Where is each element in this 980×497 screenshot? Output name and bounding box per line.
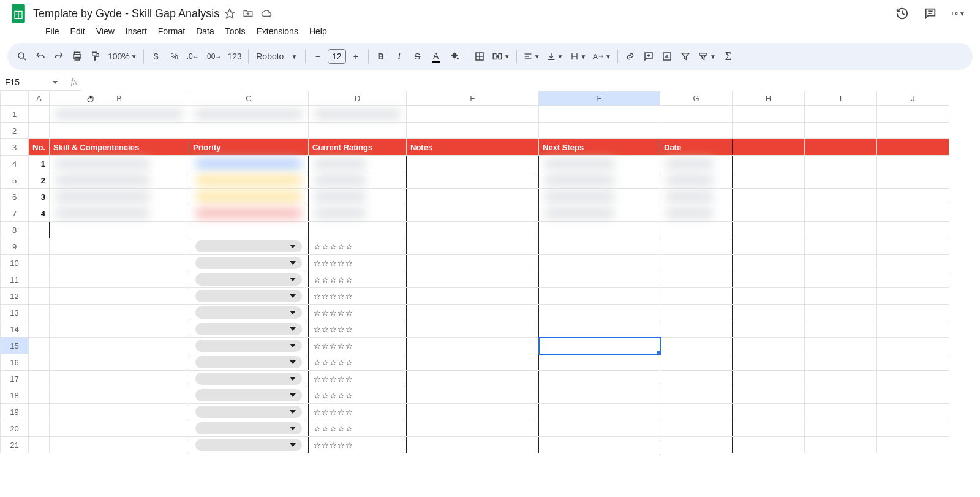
spreadsheet-grid[interactable]: ABCDEFGHIJ123No.Skill & CompentenciesPri…	[0, 91, 980, 496]
col-header-I[interactable]: I	[805, 91, 877, 106]
cell-B2[interactable]	[50, 123, 189, 139]
cell-E20[interactable]	[407, 420, 539, 437]
print-icon[interactable]	[69, 48, 86, 65]
cell-G2[interactable]	[660, 123, 733, 139]
priority-dropdown[interactable]	[195, 373, 302, 385]
cell-F14[interactable]	[539, 321, 660, 338]
cell-G16[interactable]	[660, 354, 733, 371]
cell-J14[interactable]	[877, 321, 949, 338]
cell-C16[interactable]	[189, 354, 309, 371]
cell-B10[interactable]	[50, 255, 189, 271]
row-header-10[interactable]: 10	[1, 255, 29, 271]
currency-icon[interactable]: $	[148, 48, 165, 65]
cell-J13[interactable]	[877, 305, 949, 321]
menu-data[interactable]: Data	[191, 24, 219, 39]
cell-C21[interactable]	[189, 437, 309, 453]
cell-D9[interactable]: ☆☆☆☆☆	[309, 238, 407, 255]
cell-I16[interactable]	[805, 354, 877, 371]
font-size-input[interactable]: 12	[328, 49, 346, 64]
cell-G12[interactable]	[660, 288, 733, 305]
cell-F21[interactable]	[539, 437, 660, 453]
cell-C4[interactable]	[189, 156, 309, 172]
menu-tools[interactable]: Tools	[221, 24, 251, 39]
cell-H15[interactable]	[733, 338, 805, 354]
cell-C14[interactable]	[189, 321, 309, 338]
borders-icon[interactable]	[471, 48, 488, 65]
cell-B8[interactable]	[50, 222, 189, 238]
cell-A13[interactable]	[29, 305, 50, 321]
cell-E6[interactable]	[407, 189, 539, 205]
row-header-1[interactable]: 1	[1, 106, 29, 123]
sheets-logo[interactable]	[10, 2, 27, 25]
name-box[interactable]: F15	[0, 74, 61, 91]
cell-E12[interactable]	[407, 288, 539, 305]
cell-C8[interactable]	[189, 222, 309, 238]
rating-stars[interactable]: ☆☆☆☆☆	[311, 308, 353, 317]
cell-B3[interactable]: Skill & Compentencies	[50, 139, 189, 156]
cell-B17[interactable]	[50, 371, 189, 387]
priority-dropdown[interactable]	[195, 406, 302, 418]
cell-D7[interactable]	[309, 205, 407, 222]
cell-H4[interactable]	[733, 156, 805, 172]
cell-J10[interactable]	[877, 255, 949, 271]
cell-C6[interactable]	[189, 189, 309, 205]
cell-H10[interactable]	[733, 255, 805, 271]
cell-I19[interactable]	[805, 404, 877, 420]
cell-J19[interactable]	[877, 404, 949, 420]
row-header-8[interactable]: 8	[1, 222, 29, 238]
cell-G17[interactable]	[660, 371, 733, 387]
cell-E10[interactable]	[407, 255, 539, 271]
cell-F20[interactable]	[539, 420, 660, 437]
cell-D1[interactable]	[309, 106, 407, 123]
cell-I17[interactable]	[805, 371, 877, 387]
cell-D20[interactable]: ☆☆☆☆☆	[309, 420, 407, 437]
col-header-H[interactable]: H	[733, 91, 805, 106]
cell-E19[interactable]	[407, 404, 539, 420]
row-header-13[interactable]: 13	[1, 305, 29, 321]
cell-H8[interactable]	[733, 222, 805, 238]
cell-C19[interactable]	[189, 404, 309, 420]
cell-B5[interactable]	[50, 172, 189, 189]
priority-dropdown[interactable]	[195, 257, 302, 269]
cell-E8[interactable]	[407, 222, 539, 238]
cell-F4[interactable]	[539, 156, 660, 172]
cell-I14[interactable]	[805, 321, 877, 338]
cell-I2[interactable]	[805, 123, 877, 139]
cell-J4[interactable]	[877, 156, 949, 172]
cell-A6[interactable]: 3	[29, 189, 50, 205]
row-header-16[interactable]: 16	[1, 354, 29, 371]
cell-I20[interactable]	[805, 420, 877, 437]
col-header-B[interactable]: B	[50, 91, 189, 106]
cell-B20[interactable]	[50, 420, 189, 437]
bold-icon[interactable]: B	[372, 48, 390, 65]
cell-B21[interactable]	[50, 437, 189, 453]
cell-B12[interactable]	[50, 288, 189, 305]
row-header-4[interactable]: 4	[1, 156, 29, 172]
priority-dropdown[interactable]	[195, 340, 302, 352]
cell-A21[interactable]	[29, 437, 50, 453]
cell-D18[interactable]: ☆☆☆☆☆	[309, 387, 407, 404]
cell-C9[interactable]	[189, 238, 309, 255]
cell-C17[interactable]	[189, 371, 309, 387]
star-icon[interactable]	[224, 8, 235, 19]
cell-F13[interactable]	[539, 305, 660, 321]
cell-H14[interactable]	[733, 321, 805, 338]
cell-J17[interactable]	[877, 371, 949, 387]
cell-F11[interactable]	[539, 271, 660, 288]
cell-D6[interactable]	[309, 189, 407, 205]
functions-icon[interactable]: Σ	[720, 48, 737, 65]
cell-A10[interactable]	[29, 255, 50, 271]
cell-E1[interactable]	[407, 106, 539, 123]
cell-C13[interactable]	[189, 305, 309, 321]
cell-A18[interactable]	[29, 387, 50, 404]
priority-dropdown[interactable]	[195, 356, 302, 368]
cell-F12[interactable]	[539, 288, 660, 305]
cell-F1[interactable]	[539, 106, 660, 123]
cell-A2[interactable]	[29, 123, 50, 139]
cell-I1[interactable]	[805, 106, 877, 123]
cell-C2[interactable]	[189, 123, 309, 139]
comments-icon[interactable]	[924, 7, 937, 20]
cell-H21[interactable]	[733, 437, 805, 453]
cell-H18[interactable]	[733, 387, 805, 404]
cell-F10[interactable]	[539, 255, 660, 271]
